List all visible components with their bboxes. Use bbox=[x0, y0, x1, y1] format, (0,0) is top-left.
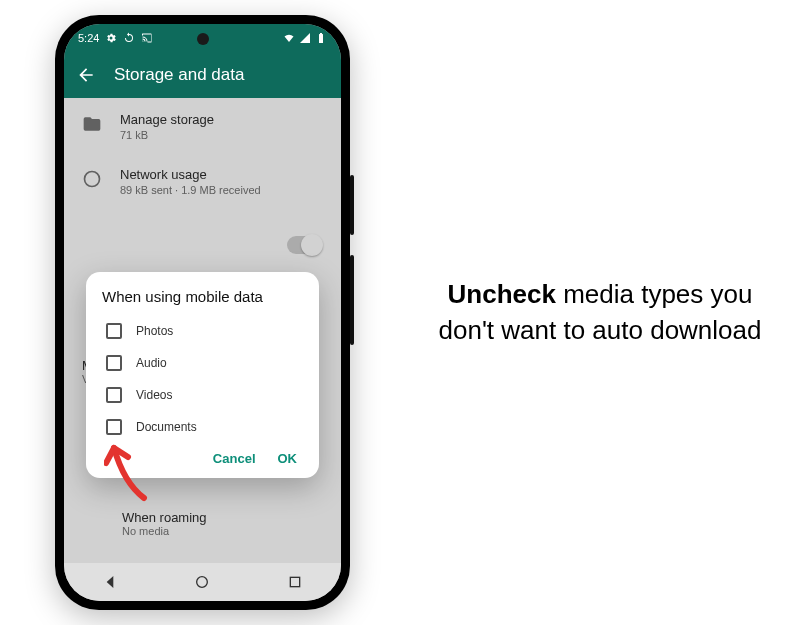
row-subtitle: 89 kB sent · 1.9 MB received bbox=[120, 184, 261, 196]
dialog-title: When using mobile data bbox=[102, 288, 303, 305]
data-usage-icon bbox=[82, 169, 102, 189]
svg-point-0 bbox=[197, 577, 208, 588]
status-time: 5:24 bbox=[78, 32, 99, 44]
row-subtitle: No media bbox=[122, 525, 207, 537]
mobile-data-dialog: When using mobile data Photos Audio Vide… bbox=[86, 272, 319, 478]
gear-icon bbox=[105, 32, 117, 44]
header-title: Storage and data bbox=[114, 65, 244, 85]
svg-rect-1 bbox=[290, 577, 299, 586]
caption-bold: Uncheck bbox=[448, 279, 556, 309]
nav-home-icon[interactable] bbox=[194, 574, 210, 590]
phone-frame: 5:24 Storage and data bbox=[55, 15, 350, 610]
folder-icon bbox=[82, 114, 102, 134]
power-button bbox=[350, 255, 354, 345]
sync-icon bbox=[123, 32, 135, 44]
app-header: Storage and data bbox=[64, 52, 341, 98]
option-videos[interactable]: Videos bbox=[102, 379, 303, 411]
back-icon[interactable] bbox=[76, 65, 96, 85]
nav-recent-icon[interactable] bbox=[287, 574, 303, 590]
option-label: Videos bbox=[136, 388, 172, 402]
status-bar: 5:24 bbox=[64, 24, 341, 52]
option-photos[interactable]: Photos bbox=[102, 315, 303, 347]
phone-screen: 5:24 Storage and data bbox=[64, 24, 341, 601]
volume-button bbox=[350, 175, 354, 235]
option-audio[interactable]: Audio bbox=[102, 347, 303, 379]
instruction-caption: Uncheck media types you don't want to au… bbox=[420, 277, 780, 347]
row-subtitle: 71 kB bbox=[120, 129, 214, 141]
wifi-icon bbox=[283, 32, 295, 44]
signal-icon bbox=[299, 32, 311, 44]
option-documents[interactable]: Documents bbox=[102, 411, 303, 443]
android-nav-bar bbox=[64, 563, 341, 601]
battery-icon bbox=[315, 32, 327, 44]
row-manage-storage[interactable]: Manage storage 71 kB bbox=[64, 98, 341, 153]
checkbox-icon[interactable] bbox=[106, 387, 122, 403]
cancel-button[interactable]: Cancel bbox=[213, 451, 256, 466]
cast-icon bbox=[141, 32, 153, 44]
ok-button[interactable]: OK bbox=[278, 451, 298, 466]
nav-back-icon[interactable] bbox=[102, 574, 118, 590]
checkbox-icon[interactable] bbox=[106, 419, 122, 435]
row-title: When roaming bbox=[122, 510, 207, 525]
row-network-usage[interactable]: Network usage 89 kB sent · 1.9 MB receiv… bbox=[64, 153, 341, 208]
settings-content: Manage storage 71 kB Network usage 89 kB… bbox=[64, 98, 341, 563]
option-label: Audio bbox=[136, 356, 167, 370]
row-title: Network usage bbox=[120, 167, 261, 182]
checkbox-icon[interactable] bbox=[106, 323, 122, 339]
row-when-roaming[interactable]: When roaming No media bbox=[122, 510, 207, 537]
checkbox-icon[interactable] bbox=[106, 355, 122, 371]
option-label: Photos bbox=[136, 324, 173, 338]
row-title: Manage storage bbox=[120, 112, 214, 127]
option-label: Documents bbox=[136, 420, 197, 434]
toggle-switch[interactable] bbox=[287, 236, 321, 254]
